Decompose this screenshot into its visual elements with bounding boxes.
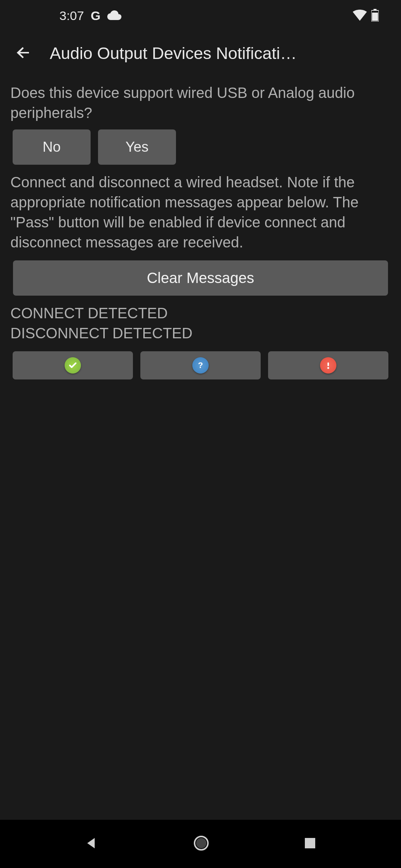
app-bar: Audio Output Devices Notificati… [0, 32, 401, 75]
pass-button[interactable] [13, 351, 133, 379]
checkmark-icon [65, 357, 81, 374]
google-indicator: G [91, 9, 100, 23]
page-title: Audio Output Devices Notificati… [50, 44, 386, 63]
info-button[interactable]: ? [140, 351, 261, 379]
status-time: 3:07 [59, 9, 84, 23]
svg-point-5 [327, 367, 329, 369]
svg-point-7 [196, 838, 206, 848]
result-button-row: ? [10, 351, 391, 379]
question-text: Does this device support wired USB or An… [10, 83, 391, 123]
connect-detected-text: CONNECT DETECTED [10, 303, 391, 323]
status-bar-right [353, 9, 386, 23]
fail-button[interactable] [268, 351, 388, 379]
status-bar-left: 3:07 G [15, 9, 121, 23]
svg-rect-4 [327, 362, 329, 366]
exclamation-icon [320, 357, 336, 374]
nav-home-icon[interactable] [193, 835, 209, 853]
back-arrow-icon[interactable] [15, 45, 31, 62]
nav-recent-icon[interactable] [303, 836, 317, 851]
svg-rect-8 [305, 838, 315, 848]
content-area: Does this device support wired USB or An… [0, 75, 401, 387]
clear-messages-button[interactable]: Clear Messages [13, 260, 388, 296]
question-icon: ? [192, 357, 209, 374]
wifi-icon [353, 10, 367, 22]
cloud-icon [107, 10, 121, 22]
no-button[interactable]: No [13, 129, 91, 165]
battery-icon [371, 9, 379, 23]
navigation-bar [0, 820, 401, 868]
yes-button[interactable]: Yes [98, 129, 176, 165]
svg-rect-2 [372, 13, 378, 21]
disconnect-detected-text: DISCONNECT DETECTED [10, 323, 391, 343]
status-bar: 3:07 G [0, 0, 401, 32]
svg-text:?: ? [198, 361, 203, 370]
status-messages: CONNECT DETECTED DISCONNECT DETECTED [10, 303, 391, 343]
instruction-text: Connect and disconnect a wired headset. … [10, 172, 391, 252]
yes-no-button-row: No Yes [10, 129, 391, 165]
nav-back-icon[interactable] [84, 836, 99, 852]
